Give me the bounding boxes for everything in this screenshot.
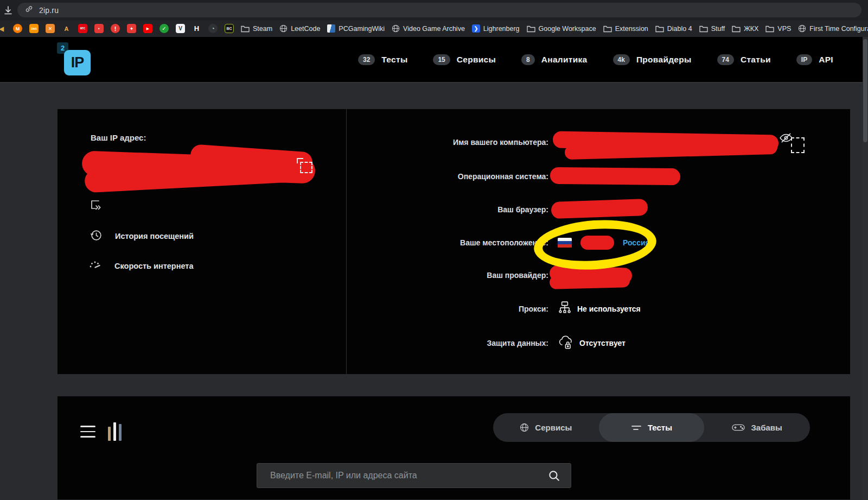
bookmark-жкх[interactable]: ЖКХ [732,25,758,33]
scrollbar[interactable] [863,37,868,500]
nav-label: Провайдеры [636,55,692,65]
nav-badge: 74 [717,54,734,65]
globe-icon [392,24,400,33]
search-box [257,463,571,488]
tab-label: Тесты [648,423,672,432]
row-os: Операционная система: [346,168,548,185]
url-text: 2ip.ru [39,6,59,15]
ip-info-panel: Ваш IP адрес: История посещений Скорость… [57,109,851,375]
folder-icon [699,25,708,33]
nav-badge: 8 [521,54,535,65]
pcgw-icon [327,24,335,33]
gauge-icon[interactable]: ◔ [208,24,218,33]
internet-speed-label: Скорость интернета [114,262,194,270]
search-input[interactable] [257,471,548,480]
protection-label: Защита данных: [346,339,548,347]
menu-icon[interactable] [80,426,95,438]
bookmark-label: Video Game Archive [403,25,465,33]
spark-red-icon[interactable]: ✦ [127,24,136,33]
tab-сервисы[interactable]: Сервисы [493,413,599,442]
tab-тесты[interactable]: Тесты [599,413,705,442]
bookmark-google-workspace[interactable]: Google Workspace [527,25,596,33]
bookmark-vps[interactable]: VPS [765,25,791,33]
nav-item-тесты[interactable]: 32Тесты [358,54,407,65]
location-label: Ваше местоположение: [346,238,548,247]
selection-cursor-box [300,162,312,173]
bookmark-label: First Time Configurati... [809,25,868,33]
dns-icon[interactable]: DNS [29,24,39,33]
os-label: Операционная система: [346,172,548,181]
selection-cursor-box [791,137,805,153]
gamepad-icon [732,423,745,432]
bookmark-label: Steam [253,25,272,33]
gold-arrow-icon[interactable]: ◀ [0,24,6,33]
protection-value: Отсутствует [579,339,626,347]
globe-icon [798,24,806,33]
screen: 2ip.ru ◀MDNS✕AМТС▪!✦▶✓VH◔BCSteamLeetCode… [0,0,868,500]
bc-icon[interactable]: BC [225,24,234,33]
row-protection: Защита данных: Отсутствует [346,334,626,352]
mts-icon[interactable]: МТС [78,24,87,33]
ip-address-label: Ваш IP адрес: [91,133,146,142]
pinwheel-icon[interactable]: ✕ [46,24,55,33]
speedometer-icon [88,259,103,273]
share-ip-icon[interactable] [90,199,103,214]
nav-label: API [819,55,833,65]
url-bar[interactable]: 2ip.ru [17,3,861,17]
nav-label: Тесты [381,55,407,65]
bookmark-leetcode[interactable]: LeetCode [279,24,320,33]
h-icon[interactable]: H [192,24,201,33]
folder-icon [765,25,774,33]
bookmark-extenssion[interactable]: Extenssion [603,25,648,33]
v-icon[interactable]: V [176,24,185,33]
bars-icon [108,422,124,443]
nav-badge: 15 [433,54,450,65]
download-icon[interactable] [1,3,15,17]
bookmark-label: Diablo 4 [667,25,692,33]
visit-history-link[interactable]: История посещений [90,229,194,244]
proxy-value: Не используется [577,305,641,313]
spark-a-icon[interactable]: A [62,24,71,33]
bookmark-pcgamingwiki[interactable]: PCGamingWiki [327,24,385,33]
bookmark-video-game-archive[interactable]: Video Game Archive [392,24,465,33]
row-proxy: Прокси: Не используется [346,300,641,318]
internet-speed-link[interactable]: Скорость интернета [88,259,194,273]
nav-item-сервисы[interactable]: 15Сервисы [433,54,496,65]
chevron-icon: ❯ [472,24,480,33]
search-icon[interactable] [548,470,560,482]
bookmark-label: ЖКХ [744,25,758,33]
site-logo[interactable]: 2 IP [57,42,95,77]
bookmark-stuff[interactable]: Stuff [699,25,725,33]
alert-icon[interactable]: ! [111,24,120,33]
folder-icon [732,25,741,33]
row-computer-name: Имя вашего компьютера: [346,134,548,151]
folder-icon [603,25,612,33]
nav-label: Статьи [741,55,771,65]
sber-icon[interactable]: ✓ [159,24,169,33]
bookmark-label: PCGamingWiki [339,25,385,33]
bookmark-lighrenberg[interactable]: ❯Lighrenberg [472,24,520,33]
bookmark-steam[interactable]: Steam [241,25,272,33]
bookmark-label: LeetCode [291,25,320,33]
nav-item-api[interactable]: IPAPI [796,54,833,65]
nav-item-провайдеры[interactable]: 4kПровайдеры [613,54,692,65]
red-app-icon[interactable]: ▪ [94,24,104,33]
nav-item-аналитика[interactable]: 8Аналитика [521,54,587,65]
nav-item-статьи[interactable]: 74Статьи [717,54,771,65]
browser-label: Ваш браузер: [346,205,548,214]
tools-tab-group: СервисыТестыЗабавы [493,413,810,442]
link-icon [25,5,33,15]
bookmark-first-time-configurati-[interactable]: First Time Configurati... [798,24,868,33]
scrollbar-thumb[interactable] [863,39,867,142]
bookmark-diablo-4[interactable]: Diablo 4 [655,25,692,33]
site-page: 2 IP 32Тесты15Сервисы8Аналитика4kПровайд… [0,37,868,500]
tab-label: Сервисы [535,423,572,432]
row-browser: Ваш браузер: [346,201,548,218]
nav-label: Аналитика [541,55,588,65]
tab-забавы[interactable]: Забавы [704,413,810,442]
flame-circle-icon[interactable]: M [13,24,22,33]
folder-icon [241,25,250,33]
tools-panel: СервисыТестыЗабавы [57,396,851,500]
bookmark-label: Lighrenberg [483,25,520,33]
youtube-icon[interactable]: ▶ [143,24,152,33]
